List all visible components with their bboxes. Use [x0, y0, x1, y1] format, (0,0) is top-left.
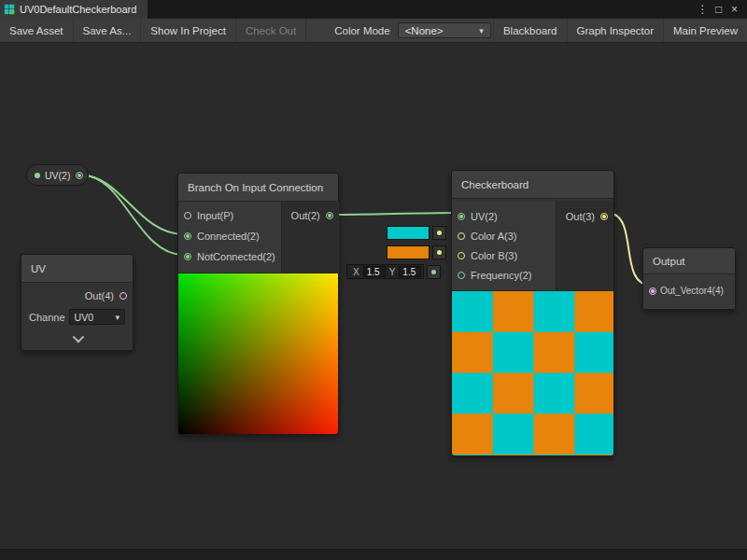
color-a-swatch[interactable]	[387, 226, 430, 240]
connector-dot-icon	[437, 231, 442, 235]
connector-dot-icon	[431, 270, 436, 274]
port-branch-out2[interactable]	[326, 212, 333, 219]
port-row-checker-out: Out(3)	[557, 206, 613, 226]
port-row-frequency: Frequency(2)	[452, 265, 556, 285]
pill-label: UV(2)	[45, 170, 70, 181]
checkerboard-preview	[452, 290, 613, 455]
close-icon[interactable]: ×	[726, 0, 742, 19]
port-row-uv2: UV(2)	[452, 206, 556, 226]
port-label: Color A(3)	[471, 231, 517, 242]
port-label: Frequency(2)	[471, 270, 531, 281]
x-label: X	[349, 267, 363, 277]
main-preview-button[interactable]: Main Preview	[663, 19, 747, 42]
chevron-down-icon: ▾	[479, 26, 484, 35]
port-input-p[interactable]	[184, 212, 191, 219]
color-b-control	[387, 245, 446, 259]
save-asset-button[interactable]: Save Asset	[0, 19, 74, 42]
port-row-connected: Connected(2)	[178, 226, 281, 246]
port-row-notconnected: NotConnected(2)	[178, 246, 281, 267]
collapse-preview-button[interactable]	[21, 329, 133, 350]
channel-dropdown[interactable]: UV0 ▾	[69, 309, 125, 325]
port-row-color-b: Color B(3)	[452, 245, 556, 265]
port-label: Input(P)	[197, 210, 233, 221]
port-label: Out_Vector4(4)	[660, 286, 724, 296]
port-label-out4: Out(4)	[85, 290, 114, 301]
connector-dot-icon	[437, 250, 442, 255]
port-row-branch-out: Out(2)	[282, 205, 339, 226]
toolbar-right-group: Blackboard Graph Inspector Main Preview	[493, 19, 747, 42]
chevron-down-icon: ▾	[115, 313, 120, 322]
port-label: Connected(2)	[197, 231, 260, 242]
kebab-menu-icon[interactable]: ⋮	[695, 0, 711, 19]
titlebar: UV0DefaultCheckerboard ⋮ □ ×	[0, 0, 747, 19]
branch-uv-preview	[178, 273, 338, 434]
node-checkerboard[interactable]: Checkerboard UV(2) Color A(3) Color B(3)	[451, 170, 614, 456]
shader-graph-window: UV0DefaultCheckerboard ⋮ □ × Save Asset …	[0, 0, 747, 560]
chevron-down-icon	[73, 331, 85, 343]
maximize-icon[interactable]: □	[711, 0, 726, 19]
color-a-connector[interactable]	[432, 226, 446, 240]
color-mode-label: Color Mode	[306, 19, 397, 42]
channel-label: Channe	[29, 312, 65, 323]
show-in-project-button[interactable]: Show In Project	[141, 19, 236, 42]
graph-tab[interactable]: UV0DefaultCheckerboard	[0, 0, 148, 19]
edge-uv-to-connected[interactable]	[83, 175, 183, 234]
node-checkerboard-title[interactable]: Checkerboard	[452, 171, 613, 199]
port-notconnected[interactable]	[184, 253, 191, 260]
y-label: Y	[386, 267, 400, 277]
port-color-b[interactable]	[458, 252, 465, 259]
port-row-input-p: Input(P)	[178, 205, 281, 226]
node-uv2-property-pill[interactable]: UV(2)	[26, 164, 89, 186]
property-dot-icon	[35, 173, 40, 178]
port-checker-uv2[interactable]	[458, 213, 465, 220]
tab-title: UV0DefaultCheckerboard	[20, 4, 136, 15]
node-uv[interactable]: UV Out(4) Channe UV0 ▾	[21, 254, 134, 351]
color-mode-dropdown[interactable]: <None> ▾	[398, 22, 491, 38]
node-output-title[interactable]: Output	[643, 248, 735, 274]
port-out-vector4[interactable]	[649, 287, 656, 295]
color-b-connector[interactable]	[432, 245, 446, 259]
graph-inspector-button[interactable]: Graph Inspector	[567, 19, 663, 42]
frequency-y-input[interactable]: 1.5	[399, 266, 421, 277]
save-as-button[interactable]: Save As...	[74, 19, 142, 42]
toolbar: Save Asset Save As... Show In Project Ch…	[0, 19, 747, 43]
frequency-connector[interactable]	[427, 265, 441, 279]
port-label: UV(2)	[471, 211, 498, 222]
port-label: Color B(3)	[471, 250, 517, 261]
port-row-out-vector4: Out_Vector4(4)	[643, 278, 735, 303]
node-branch-title[interactable]: Branch On Input Connection	[178, 174, 338, 202]
color-mode-value: <None>	[405, 25, 444, 36]
frequency-vector-field: X 1.5 Y 1.5	[346, 264, 424, 279]
port-connected[interactable]	[184, 232, 191, 240]
channel-value: UV0	[75, 312, 93, 323]
color-b-swatch[interactable]	[387, 245, 430, 259]
port-frequency[interactable]	[458, 272, 465, 279]
port-uv-out4[interactable]	[120, 292, 127, 300]
port-label: NotConnected(2)	[197, 251, 275, 262]
color-a-control	[387, 226, 446, 240]
shader-graph-icon	[4, 4, 15, 15]
port-label: Out(3)	[566, 211, 595, 222]
frequency-x-input[interactable]: 1.5	[363, 266, 386, 277]
status-strip	[0, 549, 747, 560]
port-color-a[interactable]	[458, 232, 465, 240]
graph-canvas[interactable]: UV(2) UV Out(4) Channe UV0 ▾ Branch	[0, 43, 747, 549]
node-uv-title[interactable]: UV	[21, 255, 133, 283]
node-output[interactable]: Output Out_Vector4(4)	[642, 247, 736, 310]
node-branch-on-input-connection[interactable]: Branch On Input Connection Input(P) Conn…	[177, 173, 339, 435]
blackboard-button[interactable]: Blackboard	[493, 19, 567, 42]
port-uv2-pill-out[interactable]	[76, 172, 83, 179]
port-row-color-a: Color A(3)	[452, 226, 556, 245]
port-label: Out(2)	[291, 210, 320, 221]
window-controls: ⋮ □ ×	[695, 0, 747, 19]
edge-branch-to-checkerboard[interactable]	[332, 213, 458, 215]
port-checker-out3[interactable]	[600, 213, 608, 220]
frequency-control: X 1.5 Y 1.5	[346, 264, 441, 279]
check-out-button: Check Out	[236, 19, 306, 42]
edge-uv-to-notconnected[interactable]	[83, 175, 183, 255]
